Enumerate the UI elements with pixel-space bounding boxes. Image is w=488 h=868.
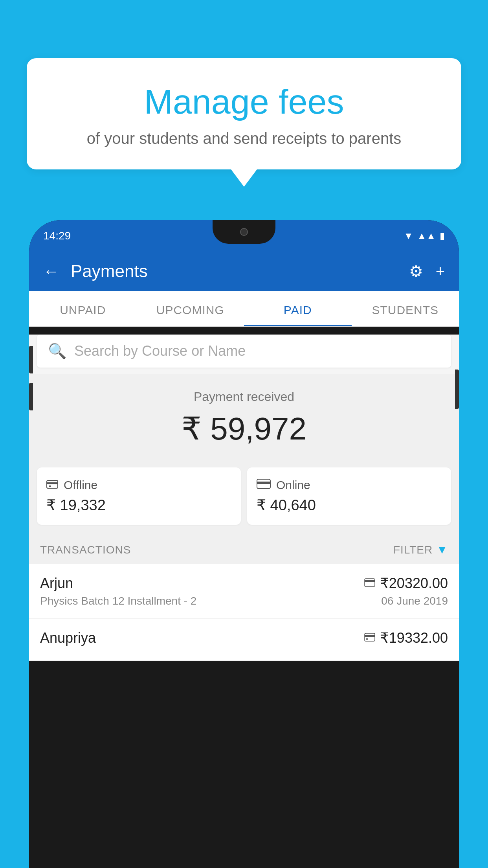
transaction-row[interactable]: Arjun ₹20320.00 Physics Batch 12 Install…	[29, 564, 459, 619]
volume-up-button	[29, 346, 33, 373]
online-amount: ₹ 40,640	[257, 497, 442, 514]
online-icon	[257, 478, 271, 492]
offline-card: Offline ₹ 19,332	[37, 467, 241, 525]
front-camera	[240, 228, 248, 236]
search-bar[interactable]: 🔍 Search by Course or Name	[37, 335, 451, 368]
speech-bubble-title: Manage fees	[46, 82, 442, 122]
power-button	[455, 370, 459, 409]
transaction-amount-wrap: ₹20320.00	[364, 575, 448, 592]
offline-amount: ₹ 19,332	[46, 497, 231, 514]
payment-type-icon-offline	[364, 632, 375, 644]
transaction-date: 06 June 2019	[381, 595, 448, 607]
payment-type-icon	[364, 577, 375, 590]
search-input[interactable]: Search by Course or Name	[74, 343, 246, 359]
transactions-header: TRANSACTIONS FILTER ▼	[29, 534, 459, 564]
filter-label: FILTER	[393, 544, 433, 556]
transaction-row-bottom: Physics Batch 12 Installment - 2 06 June…	[40, 595, 448, 607]
status-time: 14:29	[43, 230, 71, 242]
wifi-icon: ▼	[404, 230, 413, 241]
svg-rect-9	[366, 638, 368, 640]
payment-cards: Offline ₹ 19,332 Online ₹ 40,640	[29, 460, 459, 534]
offline-card-header: Offline	[46, 478, 231, 492]
notch	[213, 220, 275, 244]
settings-icon[interactable]: ⚙	[409, 262, 423, 280]
speech-bubble-subtitle: of your students and send receipts to pa…	[46, 130, 442, 147]
online-label: Online	[276, 478, 310, 492]
transaction-amount: ₹19332.00	[380, 630, 448, 646]
payment-received-label: Payment received	[37, 390, 451, 404]
tabs-bar: UNPAID UPCOMING PAID STUDENTS	[29, 291, 459, 327]
filter-icon: ▼	[437, 544, 448, 556]
header-actions: ⚙ +	[409, 262, 445, 280]
volume-down-button	[29, 383, 33, 410]
transaction-course: Physics Batch 12 Installment - 2	[40, 595, 196, 607]
transaction-row-top: Arjun ₹20320.00	[40, 575, 448, 592]
phone-frame: 14:29 ▼ ▲▲ ▮ ← Payments ⚙ + UNPAID UPCOM…	[29, 220, 459, 868]
filter-button[interactable]: FILTER ▼	[393, 544, 448, 556]
add-button[interactable]: +	[436, 263, 445, 280]
transaction-name: Arjun	[40, 575, 73, 592]
back-button[interactable]: ←	[43, 263, 59, 280]
offline-label: Offline	[64, 478, 97, 492]
volume-buttons	[29, 346, 34, 420]
svg-rect-1	[47, 482, 58, 484]
svg-rect-6	[365, 580, 375, 582]
svg-rect-5	[365, 579, 375, 587]
online-card: Online ₹ 40,640	[247, 467, 451, 525]
svg-rect-4	[257, 482, 270, 484]
tab-paid[interactable]: PAID	[244, 291, 352, 326]
transaction-amount-wrap: ₹19332.00	[364, 630, 448, 646]
status-bar: 14:29 ▼ ▲▲ ▮	[29, 220, 459, 252]
transaction-row-top: Anupriya ₹19332.00	[40, 630, 448, 646]
transaction-name: Anupriya	[40, 630, 96, 646]
tab-unpaid[interactable]: UNPAID	[29, 291, 137, 326]
tab-students[interactable]: STUDENTS	[352, 291, 459, 326]
signal-icon: ▲▲	[417, 230, 436, 241]
page-title: Payments	[71, 261, 397, 281]
payment-summary: Payment received ₹ 59,972	[29, 374, 459, 460]
payment-total-amount: ₹ 59,972	[37, 410, 451, 447]
svg-rect-7	[365, 633, 375, 641]
svg-rect-8	[365, 635, 375, 637]
status-icons: ▼ ▲▲ ▮	[404, 230, 445, 241]
transaction-row[interactable]: Anupriya ₹19332.00	[29, 619, 459, 661]
content-area: 🔍 Search by Course or Name Payment recei…	[29, 335, 459, 661]
svg-rect-2	[49, 485, 51, 487]
offline-icon	[46, 478, 58, 492]
battery-icon: ▮	[440, 230, 445, 241]
speech-bubble: Manage fees of your students and send re…	[27, 58, 461, 169]
transaction-amount: ₹20320.00	[380, 575, 448, 592]
search-icon: 🔍	[48, 342, 66, 360]
online-card-header: Online	[257, 478, 442, 492]
transactions-label: TRANSACTIONS	[40, 544, 131, 556]
app-header: ← Payments ⚙ +	[29, 252, 459, 291]
tab-upcoming[interactable]: UPCOMING	[137, 291, 244, 326]
